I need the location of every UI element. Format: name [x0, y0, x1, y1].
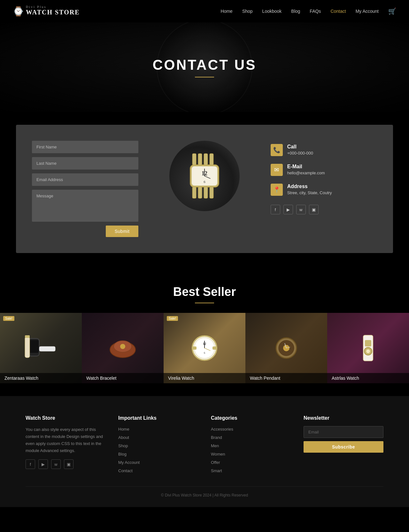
hero-section: CONTACT US	[0, 22, 409, 112]
footer-link-blog[interactable]: Blog	[118, 452, 127, 457]
footer-categories: Categories Accessories Brand Men Women O…	[211, 415, 291, 473]
footer-link-my-account[interactable]: My Account	[118, 460, 140, 465]
product-name-5: Astrlas Watch	[327, 373, 409, 383]
address-label: Address	[287, 184, 332, 189]
footer-facebook-button[interactable]: f	[26, 459, 35, 469]
footer-link-about[interactable]: About	[118, 435, 129, 440]
svg-rect-8	[204, 154, 208, 165]
svg-rect-12	[204, 187, 208, 198]
svg-rect-13	[210, 187, 213, 198]
svg-rect-28	[192, 346, 197, 350]
footer-cat-offer[interactable]: Offer	[211, 460, 220, 465]
svg-rect-18	[25, 335, 30, 338]
footer-cat-brand[interactable]: Brand	[211, 435, 222, 440]
watch-illustration: 12 6	[173, 144, 236, 208]
product-name-3: Virelia Watch	[164, 373, 245, 383]
svg-point-21	[120, 344, 125, 349]
last-name-input[interactable]	[32, 157, 138, 170]
phone-icon: 📞	[271, 144, 283, 156]
footer-brand-title: Watch Store	[26, 415, 105, 421]
address-value: Stree, city, State, Coutry	[287, 190, 332, 195]
svg-rect-9	[210, 154, 213, 165]
youtube-button[interactable]: ▶	[283, 205, 293, 214]
footer-links-title: Important Links	[118, 415, 198, 421]
logo[interactable]: ⌚ Divi Plus WATCH STORE	[13, 6, 80, 17]
best-seller-title: Best Seller	[0, 285, 409, 299]
products-grid: Sale! Zentaraas Watch Watch Bracelet 12 …	[0, 313, 409, 383]
product-item[interactable]: Sale! Zentaraas Watch	[0, 313, 82, 383]
footer-link-home[interactable]: Home	[118, 427, 129, 432]
sale-badge-1: Sale!	[3, 316, 14, 321]
svg-rect-15	[29, 340, 39, 353]
contact-info: 📞 Call +000-000-000 ✉ E-Mail hello@examp…	[271, 141, 377, 214]
first-name-input[interactable]	[32, 141, 138, 153]
footer-youtube-button[interactable]: ▶	[38, 459, 48, 469]
footer-categories-title: Categories	[211, 415, 291, 421]
hero-title: CONTACT US	[152, 57, 256, 73]
footer-cat-smart[interactable]: Smart	[211, 468, 222, 473]
contact-grid: Submit 12 6	[32, 141, 377, 237]
email-label: E-Mail	[287, 164, 325, 170]
footer-link-contact[interactable]: Contact	[118, 468, 133, 473]
contact-call: 📞 Call +000-000-000	[271, 144, 377, 156]
product-item[interactable]: Watch Bracelet	[82, 313, 164, 383]
submit-button[interactable]: Submit	[106, 226, 139, 237]
cart-icon[interactable]: 🛒	[388, 7, 396, 15]
logo-sub: Divi Plus	[26, 5, 80, 9]
nav-shop[interactable]: Shop	[242, 9, 253, 14]
whatsapp-button[interactable]: w	[296, 205, 306, 214]
nav-lookbook[interactable]: Lookbook	[262, 9, 282, 14]
address-text: Address Stree, city, State, Coutry	[287, 184, 332, 195]
svg-text:6: 6	[204, 352, 205, 354]
product-image-1	[0, 313, 82, 383]
contact-form: Submit	[32, 141, 138, 237]
best-seller-section: Best Seller Sale! Zentaraas Watch	[0, 266, 409, 396]
facebook-button[interactable]: f	[271, 205, 280, 214]
footer-instagram-button[interactable]: ▣	[64, 459, 73, 469]
footer-cat-accessories[interactable]: Accessories	[211, 427, 233, 432]
email-icon: ✉	[271, 164, 283, 176]
svg-point-38	[366, 349, 370, 353]
footer-cat-women[interactable]: Women	[211, 452, 225, 457]
product-item[interactable]: 12 6 Sale! Virelia Watch	[164, 313, 245, 383]
footer-links-section: Important Links Home About Shop Blog My …	[118, 415, 198, 473]
nav-my-account[interactable]: My Account	[356, 9, 379, 14]
product-name-1: Zentaraas Watch	[0, 373, 82, 383]
svg-rect-36	[365, 340, 371, 346]
hero-divider	[195, 77, 214, 77]
nav-home[interactable]: Home	[221, 9, 233, 14]
svg-rect-17	[25, 337, 30, 358]
svg-rect-16	[39, 346, 55, 351]
footer-link-shop[interactable]: Shop	[118, 443, 128, 448]
call-number: +000-000-000	[287, 151, 313, 155]
contact-section: Submit 12 6	[16, 125, 393, 253]
product-name-4: Watch Pendant	[245, 373, 327, 383]
footer-cat-men[interactable]: Men	[211, 443, 219, 448]
message-input[interactable]	[32, 190, 138, 222]
watch-placeholder: 12 6	[169, 141, 240, 211]
nav-faqs[interactable]: FAQs	[310, 9, 321, 14]
footer-grid: Watch Store You can also style every asp…	[26, 415, 383, 473]
footer-bottom: © Divi Plus Watch Store 2024 | All Right…	[26, 486, 383, 497]
call-label: Call	[287, 144, 313, 150]
email-text: E-Mail hello@example.com	[287, 164, 325, 175]
product-item[interactable]: Watch Pendant	[245, 313, 327, 383]
call-text: Call +000-000-000	[287, 144, 313, 155]
product-image-4	[245, 313, 327, 383]
location-icon: 📍	[271, 184, 283, 196]
product-item[interactable]: Astrlas Watch	[327, 313, 409, 383]
nav-contact[interactable]: Contact	[330, 9, 346, 14]
copyright-text: © Divi Plus Watch Store 2024 | All Right…	[161, 493, 248, 497]
nav-blog[interactable]: Blog	[291, 9, 300, 14]
footer-brand: Watch Store You can also style every asp…	[26, 415, 105, 473]
svg-text:6: 6	[204, 180, 205, 184]
newsletter-email-input[interactable]	[304, 426, 383, 438]
footer-social: f ▶ w ▣	[26, 459, 105, 469]
navbar: ⌚ Divi Plus WATCH STORE Home Shop Lookbo…	[0, 0, 409, 22]
subscribe-button[interactable]: Subscribe	[304, 441, 383, 453]
email-input[interactable]	[32, 173, 138, 186]
footer-whatsapp-button[interactable]: w	[51, 459, 61, 469]
footer: Watch Store You can also style every asp…	[0, 396, 409, 507]
footer-newsletter-title: Newsletter	[304, 415, 383, 421]
instagram-button[interactable]: ▣	[309, 205, 319, 214]
